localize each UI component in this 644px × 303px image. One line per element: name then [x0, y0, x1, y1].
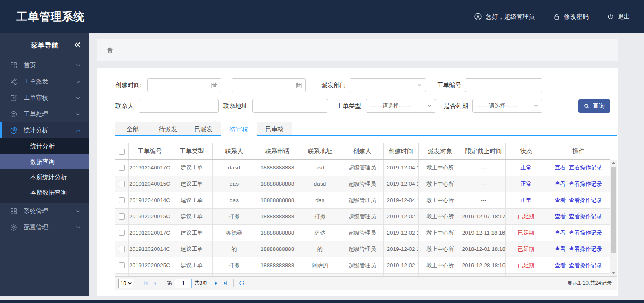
cell-phone: 18888888888 [256, 160, 299, 176]
view-log-link[interactable]: 查看操作记录 [569, 181, 602, 187]
scroll-down-arrow-icon[interactable] [610, 270, 617, 276]
row-checkbox[interactable] [119, 165, 125, 171]
cell-deadline: --- [462, 176, 505, 192]
sidebar-submenu: 统计分析数据查询本所统计分析本所数据查询 [0, 138, 89, 203]
row-checkbox[interactable] [119, 230, 125, 236]
calendar-icon[interactable] [210, 81, 218, 89]
sidebar-item[interactable]: 工单审核 [0, 90, 89, 106]
column-header[interactable]: 工单类型 [171, 143, 212, 160]
cell-type: 建议工单 [171, 176, 212, 192]
sidebar-subitem[interactable]: 本所统计分析 [0, 169, 89, 185]
column-header[interactable]: 操作 [547, 143, 610, 160]
column-header[interactable]: 创建人 [341, 143, 383, 160]
column-header[interactable]: 派发对象 [418, 143, 462, 160]
row-checkbox[interactable] [119, 246, 125, 252]
row-checkbox[interactable] [119, 213, 125, 220]
view-log-link[interactable]: 查看操作记录 [569, 230, 602, 236]
sidebar-item[interactable]: 工单处理 [0, 106, 89, 122]
sidebar-item[interactable]: 首页 [0, 57, 89, 73]
page-number-input[interactable] [175, 279, 192, 288]
created-time-start-input[interactable] [148, 79, 221, 91]
address-input[interactable] [253, 100, 328, 112]
tab-待审核[interactable]: 待审核 [221, 122, 257, 136]
view-link[interactable]: 查看 [555, 213, 566, 220]
layers-icon [10, 110, 18, 118]
row-checkbox[interactable] [119, 181, 125, 187]
cell-target: 墩上中心所 [418, 209, 462, 225]
sidebar-subitem[interactable]: 数据查询 [0, 154, 89, 169]
cell-created: 2019-12-04 15 [383, 176, 418, 192]
sidebar-item[interactable]: 统计分析 [0, 122, 89, 138]
column-header[interactable]: 联系人 [212, 143, 256, 160]
view-log-link[interactable]: 查看操作记录 [569, 246, 602, 252]
last-page-button[interactable] [221, 279, 230, 288]
prev-page-button[interactable] [150, 279, 159, 288]
view-log-link[interactable]: 查看操作记录 [569, 165, 602, 171]
tab-全部[interactable]: 全部 [115, 122, 150, 135]
cell-deadline: --- [462, 192, 505, 209]
view-log-link[interactable]: 查看操作记录 [569, 262, 602, 268]
next-page-button[interactable] [212, 279, 221, 288]
sidebar-subitem[interactable]: 本所数据查询 [0, 185, 89, 200]
tab-已审核[interactable]: 已审核 [257, 122, 292, 135]
row-checkbox[interactable] [119, 197, 125, 203]
column-header[interactable]: 状态 [505, 143, 547, 160]
tab-已派发[interactable]: 已派发 [186, 122, 221, 135]
sidebar-subitem[interactable]: 统计分析 [0, 138, 89, 154]
home-icon[interactable] [106, 46, 114, 55]
created-time-end-input[interactable] [232, 79, 305, 91]
view-log-link[interactable]: 查看操作记录 [569, 213, 602, 220]
page-size-select[interactable]: 10 [118, 279, 133, 288]
sidebar-item[interactable]: 工单派发 [0, 73, 89, 90]
table-row: 201912020014C建议工单的18888888888的超级管理员2019-… [115, 241, 610, 257]
order-no-input[interactable] [465, 79, 542, 91]
sidebar-collapse-icon[interactable] [73, 41, 82, 49]
first-page-button[interactable] [141, 279, 150, 288]
column-header[interactable]: 限定截止时间 [462, 143, 505, 160]
scroll-up-arrow-icon[interactable] [610, 160, 617, 166]
delayed-select[interactable]: -------请选择------- [472, 99, 542, 113]
record-summary: 显示1-10,共24记录 [567, 279, 613, 287]
tab-待派发[interactable]: 待派发 [150, 122, 186, 135]
view-link[interactable]: 查看 [555, 262, 566, 268]
view-link[interactable]: 查看 [555, 181, 566, 187]
query-button[interactable]: 查询 [578, 99, 610, 113]
page: 工单管理系统 您好，超级管理员 修改密码 退出 菜单导航 首页工单派发工单审核工… [0, 0, 644, 303]
view-link[interactable]: 查看 [555, 197, 566, 203]
view-link[interactable]: 查看 [555, 246, 566, 252]
column-header[interactable]: 联系电话 [256, 143, 299, 160]
column-header[interactable]: 工单编号 [128, 143, 171, 160]
cell-actions: 查看查看操作记录 [547, 225, 610, 241]
logout-label: 退出 [618, 13, 630, 21]
table-header: 工单编号工单类型联系人联系电话联系地址创建人创建时间派发对象限定截止时间状态操作 [115, 143, 610, 160]
refresh-icon[interactable] [237, 279, 246, 288]
logout-link[interactable]: 退出 [607, 13, 630, 21]
sidebar-item-label: 工单审核 [24, 94, 48, 102]
view-log-link[interactable]: 查看操作记录 [569, 197, 602, 203]
cell-deadline: --- [462, 160, 505, 176]
dispatch-dept-select[interactable] [350, 78, 426, 92]
calendar-icon[interactable] [295, 81, 303, 89]
status-badge: 正常 [505, 192, 547, 209]
view-link[interactable]: 查看 [555, 165, 566, 171]
view-link[interactable]: 查看 [555, 230, 566, 236]
cell-type: 建议工单 [171, 192, 212, 209]
chevron-down-icon [75, 62, 82, 69]
column-header[interactable]: 联系地址 [299, 143, 341, 160]
cell-order-no: 201912040017C [128, 160, 171, 176]
order-no-label: 工单编号 [437, 81, 461, 89]
table-row: 201912040015C建议工单das18888888888dasd超级管理员… [115, 176, 610, 192]
order-type-select[interactable]: -------请选择------- [366, 99, 436, 113]
sidebar-item[interactable]: 系统管理 [0, 203, 89, 219]
row-checkbox[interactable] [119, 262, 125, 268]
contact-input[interactable] [139, 100, 218, 112]
select-all-checkbox[interactable] [119, 149, 125, 155]
scrollbar-thumb[interactable] [611, 167, 616, 253]
grid-icon [10, 207, 18, 215]
chevron-down-icon [417, 82, 423, 88]
created-time-label: 创建时间: [115, 81, 142, 89]
sidebar-item[interactable]: 配置管理 [0, 219, 89, 235]
cell-order-no: 201912020014C [128, 241, 171, 257]
column-header[interactable]: 创建时间 [383, 143, 418, 160]
change-password-link[interactable]: 修改密码 [553, 13, 589, 21]
